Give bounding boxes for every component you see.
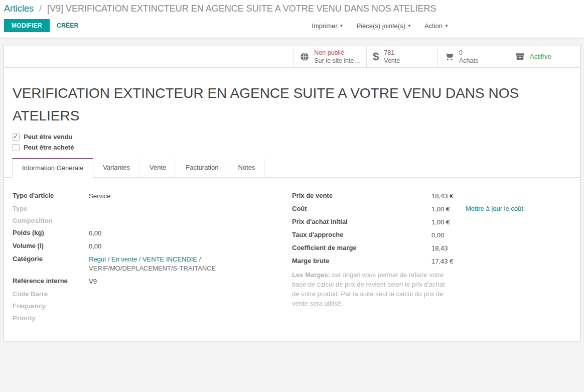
can-be-purchased-checkbox[interactable]: ✓ — [13, 144, 20, 151]
sales-count: 781 — [384, 49, 400, 57]
field-label: Volume (l) — [13, 242, 89, 249]
field-cout: Coût 1,00 € Mettre à jour le coût — [292, 205, 571, 214]
pieces-jointes-menu[interactable]: Pièce(s) jointe(s)▼ — [356, 22, 411, 30]
field-label: Marge brute — [292, 257, 431, 265]
purchases-count: 0 — [459, 49, 478, 57]
tab-notes[interactable]: Notes — [228, 158, 265, 178]
can-be-sold-checkbox-row[interactable]: ✓ Peut être vendu — [13, 133, 571, 141]
action-menu-label: Action — [424, 22, 443, 30]
shopping-cart-icon — [444, 52, 454, 61]
field-value: Service — [89, 192, 110, 201]
product-title[interactable]: VERIFICATION EXTINCTEUR EN AGENCE SUITE … — [13, 82, 524, 127]
active-status-text: Actif/ve — [530, 53, 551, 61]
field-categorie: Catégorie Regul / En vente / VENTE INCEN… — [13, 255, 292, 273]
form-view-background: Non publié Sur le site inte… $ 781 Vente… — [0, 38, 584, 341]
tab-page-information-generale: Type d'article Service Type Composition … — [13, 178, 571, 326]
breadcrumb-articles-link[interactable]: Articles — [4, 4, 34, 14]
field-taux-approche: Taux d'approche 0,00 — [292, 231, 571, 240]
field-label: Prix de vente — [292, 192, 431, 199]
field-label: Catégorie — [13, 255, 89, 263]
field-value: V9 — [89, 277, 97, 286]
field-label: Poids (kg) — [13, 229, 89, 236]
can-be-sold-checkbox[interactable]: ✓ — [13, 134, 20, 141]
action-menu[interactable]: Action▼ — [424, 22, 449, 30]
fields-column-left: Type d'article Service Type Composition … — [13, 192, 292, 326]
publish-status-subtext: Sur le site inte… — [314, 57, 360, 65]
field-label: Coût — [292, 205, 431, 212]
pieces-jointes-menu-label: Pièce(s) jointe(s) — [356, 22, 405, 30]
can-be-sold-label: Peut être vendu — [24, 133, 73, 141]
publish-status-text: Non publié — [314, 49, 360, 57]
imprimer-menu-label: Imprimer — [312, 22, 337, 30]
field-coefficient-marge: Coefficient de marge 18,43 — [292, 244, 571, 253]
field-poids: Poids (kg) 0,00 — [13, 229, 292, 238]
modifier-button[interactable]: MODIFIER — [4, 19, 50, 32]
mettre-a-jour-cout-link[interactable]: Mettre à jour le coût — [466, 205, 523, 212]
field-reference-interne: Référence interne V9 — [13, 277, 292, 286]
field-label: Priority — [13, 314, 89, 322]
sales-label: Vente — [384, 57, 400, 65]
can-be-purchased-label: Peut être acheté — [24, 144, 74, 151]
breadcrumb-separator: / — [39, 4, 42, 14]
field-label: Frequency — [13, 302, 89, 310]
field-prix-achat-initial: Prix d'achat initial 1,00 € — [292, 218, 571, 227]
field-value: 18,43 € — [431, 192, 453, 201]
statusbar: Non publié Sur le site inte… $ 781 Vente… — [4, 46, 580, 68]
field-label: Prix d'achat initial — [292, 218, 431, 225]
sales-stat-button[interactable]: $ 781 Vente — [366, 46, 437, 67]
field-label: Référence interne — [13, 277, 89, 285]
field-type-article: Type d'article Service — [13, 192, 292, 201]
field-value: 0,00 — [431, 231, 444, 240]
field-priority: Priority — [13, 314, 292, 322]
globe-icon — [300, 52, 309, 61]
field-label: Code Barre — [13, 290, 89, 298]
field-label: Coefficient de marge — [292, 244, 431, 251]
action-menus: Imprimer▼ Pièce(s) jointe(s)▼ Action▼ — [312, 22, 449, 30]
field-value: 18,43 — [431, 244, 448, 253]
active-toggle-stat-button[interactable]: Actif/ve — [509, 46, 580, 67]
field-composition: Composition — [13, 217, 292, 225]
marges-help-lead: Les Marges: — [292, 271, 330, 279]
form-sheet: Non publié Sur le site inte… $ 781 Vente… — [4, 46, 580, 341]
caret-down-icon: ▼ — [445, 24, 449, 28]
fields-column-right: Prix de vente 18,43 € Coût 1,00 € Mettre… — [292, 192, 571, 326]
categorie-link-line2: VERIF/MO/DEPLACEMENT/S-TRAITANCE — [89, 265, 216, 272]
breadcrumb-current-record: [V9] VERIFICATION EXTINCTEUR EN AGENCE S… — [47, 4, 436, 14]
field-value: 17,43 € — [431, 257, 453, 266]
imprimer-menu[interactable]: Imprimer▼ — [312, 22, 343, 30]
creer-button[interactable]: CRÉER — [57, 22, 79, 29]
purchases-label: Achats — [459, 57, 478, 65]
field-label: Type d'article — [13, 192, 89, 199]
tab-facturation[interactable]: Facturation — [176, 158, 228, 178]
field-value: 0,00 — [89, 229, 101, 238]
field-code-barre: Code Barre — [13, 290, 292, 298]
field-prix-de-vente: Prix de vente 18,43 € — [292, 192, 571, 201]
field-frequency: Frequency — [13, 302, 292, 310]
field-label: Type — [13, 205, 89, 212]
field-value: 0,00 — [89, 242, 101, 251]
field-value: 1,00 € — [431, 205, 457, 214]
field-marge-brute: Marge brute 17,43 € — [292, 257, 571, 266]
website-publish-stat-button[interactable]: Non publié Sur le site inte… — [294, 46, 366, 67]
field-type: Type — [13, 205, 292, 213]
marges-help-text: Les Marges: cet onglet vous permet de re… — [292, 270, 450, 308]
field-label: Taux d'approche — [292, 231, 431, 238]
control-panel: Articles / [V9] VERIFICATION EXTINCTEUR … — [0, 0, 584, 38]
tab-vente[interactable]: Vente — [140, 158, 176, 178]
categorie-link[interactable]: Regul / En vente / VENTE INCENDIE / — [89, 255, 201, 263]
field-value: 1,00 € — [431, 218, 450, 227]
tab-variantes[interactable]: Variantes — [93, 158, 140, 178]
dollar-icon: $ — [373, 51, 379, 62]
caret-down-icon: ▼ — [340, 24, 344, 28]
purchases-stat-button[interactable]: 0 Achats — [437, 46, 509, 67]
tab-information-generale[interactable]: Information Générale — [12, 158, 93, 178]
breadcrumb: Articles / [V9] VERIFICATION EXTINCTEUR … — [4, 4, 576, 14]
field-volume: Volume (l) 0,00 — [13, 242, 292, 251]
caret-down-icon: ▼ — [407, 24, 411, 28]
check-icon: ✓ — [13, 133, 19, 140]
can-be-purchased-checkbox-row[interactable]: ✓ Peut être acheté — [13, 144, 571, 151]
control-panel-buttons-row: MODIFIER CRÉER Imprimer▼ Pièce(s) jointe… — [4, 19, 576, 32]
field-label: Composition — [13, 217, 89, 224]
archive-box-icon — [515, 52, 525, 61]
notebook-tabs: Information Générale Variantes Vente Fac… — [4, 158, 580, 178]
